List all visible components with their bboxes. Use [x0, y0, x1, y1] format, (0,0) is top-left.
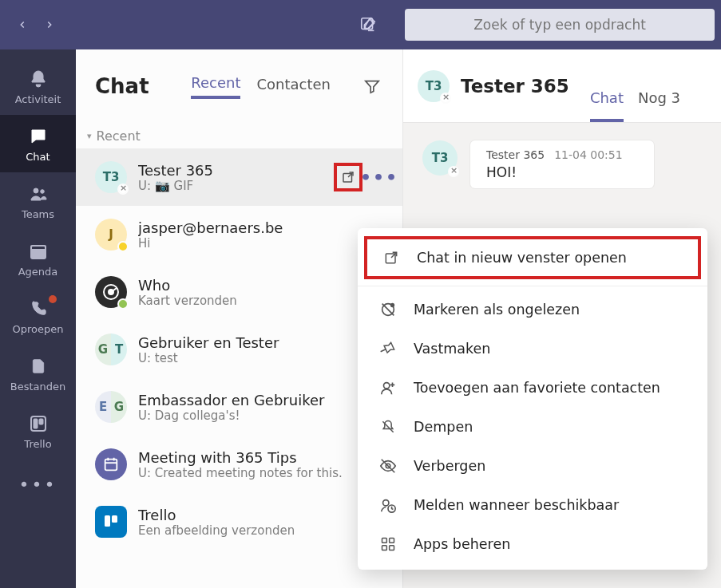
avatar: T3 — [418, 70, 450, 102]
message-bubble[interactable]: Tester 365 11-04 00:51 HOI! — [470, 140, 654, 188]
svg-rect-18 — [112, 515, 117, 523]
conversation-title: Tester 365 — [461, 76, 569, 97]
menu-label: Markeren als ongelezen — [414, 302, 580, 318]
chevron-down-icon: ▾ — [87, 131, 92, 141]
tab-more-count[interactable]: Nog 3 — [638, 89, 680, 122]
rail-trello[interactable]: Trello — [0, 402, 76, 460]
rail-files[interactable]: Bestanden — [0, 345, 76, 402]
menu-label: Chat in nieuw venster openen — [417, 250, 627, 266]
menu-notify-available[interactable]: Melden wanneer beschikbaar — [358, 485, 707, 524]
notification-badge — [49, 295, 57, 303]
chat-title: jasper@bernaers.be — [138, 219, 391, 236]
svg-point-12 — [109, 290, 113, 294]
message-text: HOI! — [486, 164, 638, 180]
svg-point-25 — [391, 303, 394, 306]
chat-preview: Hi — [138, 236, 391, 251]
bell-icon — [27, 68, 50, 90]
tab-recent[interactable]: Recent — [191, 74, 240, 99]
svg-rect-31 — [390, 538, 394, 543]
tab-chat[interactable]: Chat — [590, 89, 624, 122]
who-bot-icon — [101, 282, 121, 302]
menu-label: Toevoegen aan favoriete contacten — [414, 380, 660, 396]
hide-icon — [378, 456, 398, 476]
svg-rect-13 — [105, 460, 117, 471]
rail-activity[interactable]: Activiteit — [0, 57, 76, 115]
message-time: 11-04 00:51 — [554, 148, 622, 161]
chat-preview: U: 📷 GIF — [138, 179, 323, 193]
chat-item-gebruiker-tester[interactable]: GT Gebruiker en Tester U: test — [76, 321, 402, 378]
rail-label: Oproepen — [13, 323, 64, 335]
popout-chat-button[interactable] — [334, 163, 362, 191]
rail-label: Chat — [26, 151, 50, 163]
back-button[interactable] — [10, 12, 35, 37]
calendar-icon — [27, 240, 50, 262]
presence-offline-icon — [440, 93, 451, 104]
avatar: T3 — [95, 161, 127, 193]
rail-label: Teams — [22, 208, 54, 220]
rail-teams[interactable]: Teams — [0, 172, 76, 230]
svg-point-1 — [34, 188, 38, 193]
title-bar — [0, 0, 721, 49]
rail-calls[interactable]: Oproepen — [0, 287, 76, 345]
chat-preview: U: test — [138, 351, 391, 365]
app-rail: Activiteit Chat Teams Agenda Oproepen — [0, 49, 76, 588]
search-input[interactable] — [418, 17, 702, 33]
presence-away-icon — [117, 241, 129, 252]
rail-label: Agenda — [18, 266, 58, 278]
search-box[interactable] — [405, 9, 715, 41]
chat-panel-header: Chat Recent Contacten — [76, 49, 402, 123]
menu-mute[interactable]: Dempen — [358, 407, 707, 446]
menu-label: Melden wanneer beschikbaar — [414, 497, 619, 513]
menu-label: Dempen — [414, 419, 473, 435]
trello-icon — [101, 512, 121, 531]
rail-more[interactable]: ••• — [0, 461, 76, 507]
rail-chat[interactable]: Chat — [0, 115, 76, 172]
section-recent[interactable]: ▾ Recent — [76, 123, 402, 148]
rail-label: Trello — [24, 438, 51, 450]
popout-icon — [341, 170, 355, 184]
chat-icon — [27, 125, 50, 148]
svg-point-28 — [383, 499, 389, 505]
chat-more-button[interactable]: ••• — [367, 165, 391, 189]
avatar — [95, 276, 127, 308]
chat-item-who[interactable]: Who Kaart verzonden — [76, 263, 402, 321]
mute-icon — [378, 417, 398, 436]
unread-icon — [378, 300, 398, 319]
new-message-button[interactable] — [349, 6, 387, 44]
menu-mark-unread[interactable]: Markeren als ongelezen — [358, 290, 707, 329]
svg-point-26 — [384, 382, 390, 388]
menu-hide[interactable]: Verbergen — [358, 446, 707, 485]
chat-title: Who — [138, 277, 391, 294]
menu-label: Verbergen — [414, 458, 485, 474]
chat-item-jasper[interactable]: J jasper@bernaers.be Hi — [76, 206, 402, 263]
chat-item-trello[interactable]: Trello Een afbeelding verzonden — [76, 493, 402, 551]
avatar: EG — [95, 391, 127, 423]
menu-add-favorite[interactable]: Toevoegen aan favoriete contacten — [358, 368, 707, 407]
menu-pin[interactable]: Vastmaken — [358, 329, 707, 368]
chat-item-embassador-gebruiker[interactable]: EG Embassador en Gebruiker U: Dag colleg… — [76, 378, 402, 436]
menu-manage-apps[interactable]: Apps beheren — [358, 524, 707, 563]
menu-label: Vastmaken — [414, 341, 490, 357]
chat-item-meeting[interactable]: Meeting with 365 Tips U: Created meeting… — [76, 436, 402, 493]
rail-calendar[interactable]: Agenda — [0, 230, 76, 287]
filter-button[interactable] — [361, 75, 383, 97]
apps-icon — [378, 535, 398, 554]
popout-icon — [382, 248, 401, 267]
forward-button[interactable] — [37, 12, 62, 37]
avatar — [95, 448, 127, 480]
conversation-header: T3 Tester 365 Chat Nog 3 — [403, 49, 721, 123]
filter-icon — [363, 77, 381, 95]
chat-title: Tester 365 — [138, 162, 323, 179]
menu-separator — [358, 286, 707, 286]
compose-icon — [359, 16, 377, 34]
chat-list-panel: Chat Recent Contacten ▾ Recent T3 Tester… — [76, 49, 403, 588]
avatar: GT — [95, 333, 127, 365]
more-icon: ••• — [19, 475, 57, 495]
menu-open-new-window[interactable]: Chat in nieuw venster openen — [364, 236, 701, 279]
chat-context-menu: Chat in nieuw venster openen Markeren al… — [358, 228, 707, 570]
presence-offline-icon — [117, 184, 129, 195]
tab-contacts[interactable]: Contacten — [256, 76, 331, 97]
more-icon: ••• — [360, 168, 398, 187]
chat-title: Embassador en Gebruiker — [138, 392, 391, 408]
chat-item-tester365[interactable]: T3 Tester 365 U: 📷 GIF ••• — [76, 148, 402, 206]
